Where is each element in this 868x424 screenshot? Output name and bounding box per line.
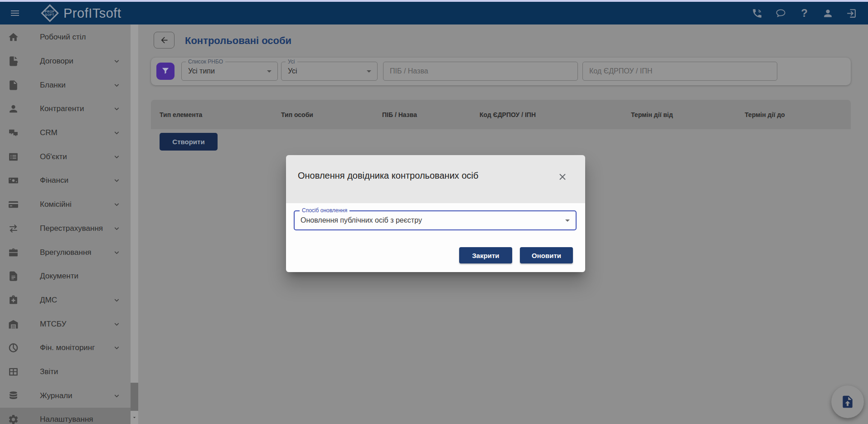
dialog-header: Оновлення довідника контрольованих осіб — [286, 155, 585, 203]
dropdown-arrow-icon — [562, 215, 573, 226]
window-top-strip — [0, 0, 868, 2]
dialog-body: Спосіб оновлення Оновлення публічних осі… — [286, 203, 585, 272]
update-method-select[interactable]: Спосіб оновлення Оновлення публічних осі… — [294, 210, 577, 230]
dialog-close-action-button[interactable]: Закрити — [459, 247, 512, 263]
dialog-title: Оновлення довідника контрольованих осіб — [298, 171, 478, 181]
update-dialog: Оновлення довідника контрольованих осіб … — [286, 155, 585, 272]
update-method-select-value: Оновлення публічних осіб з реєстру — [301, 216, 422, 224]
update-method-select-label: Спосіб оновлення — [300, 207, 349, 214]
dialog-update-button[interactable]: Оновити — [520, 247, 573, 263]
dialog-actions: Закрити Оновити — [459, 247, 573, 263]
dialog-close-button[interactable] — [556, 171, 569, 183]
close-icon — [557, 171, 568, 182]
